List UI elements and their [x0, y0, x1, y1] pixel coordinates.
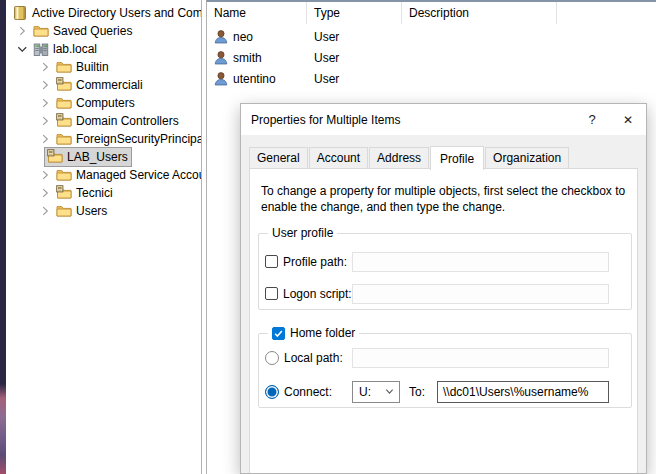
local-path-label: Local path:: [284, 351, 343, 365]
tab-general[interactable]: General: [249, 147, 308, 169]
chevron-down-icon: [385, 387, 394, 396]
tree-item-active-directory-users-and-com[interactable]: Active Directory Users and Com: [6, 4, 201, 22]
properties-dialog: Properties for Multiple Items ? ✕ Genera…: [240, 103, 647, 474]
list-row-utentino[interactable]: utentinoUser: [207, 68, 656, 89]
instructions-text: To change a property for multiple object…: [261, 184, 635, 216]
folder-icon: [33, 23, 49, 39]
folder-icon: [56, 59, 72, 75]
tree-item-label: Domain Controllers: [76, 114, 179, 128]
chevron-right-icon[interactable]: [36, 77, 54, 93]
tree-node-box[interactable]: lab.local: [31, 40, 100, 58]
user-type: User: [307, 30, 402, 44]
tree-item-label: Computers: [76, 96, 135, 110]
tab-profile[interactable]: Profile: [430, 146, 484, 170]
chevron-right-icon[interactable]: [36, 167, 54, 183]
chevron-right-icon[interactable]: [36, 59, 54, 75]
profile-path-checkbox[interactable]: [265, 255, 278, 268]
tree-node-box[interactable]: Computers: [54, 94, 138, 112]
logon-script-checkbox[interactable]: [265, 287, 278, 300]
local-path-radio[interactable]: [265, 351, 279, 365]
tree-item-label: Commerciali: [76, 78, 143, 92]
chevron-right-icon[interactable]: [13, 23, 31, 39]
tree-item-commerciali[interactable]: Commerciali: [6, 76, 201, 94]
aduc-window: Active Directory Users and ComSaved Quer…: [0, 0, 656, 474]
list-row-smith[interactable]: smithUser: [207, 47, 656, 68]
tab-account[interactable]: Account: [309, 147, 368, 169]
chevron-right-icon[interactable]: [36, 131, 54, 147]
home-folder-label: Home folder: [290, 326, 355, 340]
local-path-field[interactable]: [352, 348, 609, 368]
dialog-title: Properties for Multiple Items: [251, 113, 574, 127]
dialog-titlebar[interactable]: Properties for Multiple Items ? ✕: [241, 104, 646, 135]
tree-item-label: Builtin: [76, 60, 109, 74]
tree-item-managed-service-accounts[interactable]: Managed Service Accounts: [6, 166, 201, 184]
tree-item-saved-queries[interactable]: Saved Queries: [6, 22, 201, 40]
user-icon: [213, 71, 229, 87]
check-icon: [273, 328, 284, 339]
list-row-neo[interactable]: neoUser: [207, 26, 656, 47]
tree-item-label: lab.local: [53, 42, 97, 56]
tree-item-foreignsecurityprincipals[interactable]: ForeignSecurityPrincipals: [6, 130, 201, 148]
help-button[interactable]: ?: [574, 104, 610, 135]
ou-icon: [56, 185, 72, 201]
user-icon: [213, 50, 229, 66]
tree-node-box[interactable]: Saved Queries: [31, 22, 135, 40]
user-profile-group: User profile Profile path: Logon script:: [258, 233, 632, 310]
home-folder-group: Home folder Local path: Connect: U: [258, 333, 632, 408]
ou-icon: [56, 77, 72, 93]
tree-item-users[interactable]: Users: [6, 202, 201, 220]
user-type: User: [307, 51, 402, 65]
tree-item-builtin[interactable]: Builtin: [6, 58, 201, 76]
chevron-right-icon[interactable]: [36, 185, 54, 201]
tree-pane: Active Directory Users and ComSaved Quer…: [6, 0, 202, 474]
tree-node-box[interactable]: LAB_Users: [45, 148, 131, 166]
tab-organization[interactable]: Organization: [485, 147, 569, 169]
tree-node-box[interactable]: Users: [54, 202, 110, 220]
chevron-right-icon[interactable]: [36, 113, 54, 129]
column-header-type[interactable]: Type: [307, 2, 402, 24]
tree-item-label: Tecnici: [76, 186, 113, 200]
user-name: utentino: [233, 72, 276, 86]
home-folder-checkbox[interactable]: [272, 327, 285, 340]
tree-node-box[interactable]: Managed Service Accounts: [54, 166, 202, 184]
user-type: User: [307, 72, 402, 86]
tree-node-box[interactable]: Builtin: [54, 58, 112, 76]
drive-select[interactable]: U:: [352, 381, 400, 403]
tab-address[interactable]: Address: [369, 147, 429, 169]
tree-node-box[interactable]: ForeignSecurityPrincipals: [54, 130, 202, 148]
connect-radio[interactable]: [265, 385, 279, 399]
column-header-description[interactable]: Description: [402, 2, 557, 24]
logon-script-label: Logon script:: [283, 287, 352, 301]
tree-node-box[interactable]: Commerciali: [54, 76, 146, 94]
home-folder-legend: Home folder: [268, 326, 359, 340]
drive-select-value: U:: [359, 385, 371, 399]
tree-node-box[interactable]: Tecnici: [54, 184, 116, 202]
folder-icon: [56, 167, 72, 183]
connect-path-field[interactable]: \\dc01\Users\%username%: [437, 381, 609, 403]
tree-item-tecnici[interactable]: Tecnici: [6, 184, 201, 202]
tree-item-label: LAB_Users: [67, 150, 128, 164]
list-header: Name Type Description: [207, 2, 656, 24]
column-header-name[interactable]: Name: [207, 2, 307, 24]
tree-item-lab-users[interactable]: LAB_Users: [6, 148, 201, 166]
ou-icon: [47, 149, 63, 165]
chevron-right-icon[interactable]: [36, 203, 54, 219]
chevron-down-icon[interactable]: [13, 41, 31, 57]
tree-item-computers[interactable]: Computers: [6, 94, 201, 112]
logon-script-field[interactable]: [352, 284, 609, 304]
console-tree: Active Directory Users and ComSaved Quer…: [6, 4, 201, 220]
close-button[interactable]: ✕: [610, 104, 646, 135]
folder-icon: [56, 203, 72, 219]
profile-path-field[interactable]: [352, 252, 609, 272]
column-header-filler: [557, 2, 656, 24]
tree-item-label: Users: [76, 204, 107, 218]
user-profile-legend: User profile: [268, 226, 337, 240]
tree-node-box[interactable]: Domain Controllers: [54, 112, 182, 130]
to-label: To:: [409, 385, 430, 399]
tree-item-domain-controllers[interactable]: Domain Controllers: [6, 112, 201, 130]
tree-item-lab-local[interactable]: lab.local: [6, 40, 201, 58]
user-icon: [213, 29, 229, 45]
chevron-right-icon[interactable]: [36, 95, 54, 111]
tree-node-box[interactable]: Active Directory Users and Com: [10, 4, 202, 22]
profile-path-label: Profile path:: [283, 255, 347, 269]
